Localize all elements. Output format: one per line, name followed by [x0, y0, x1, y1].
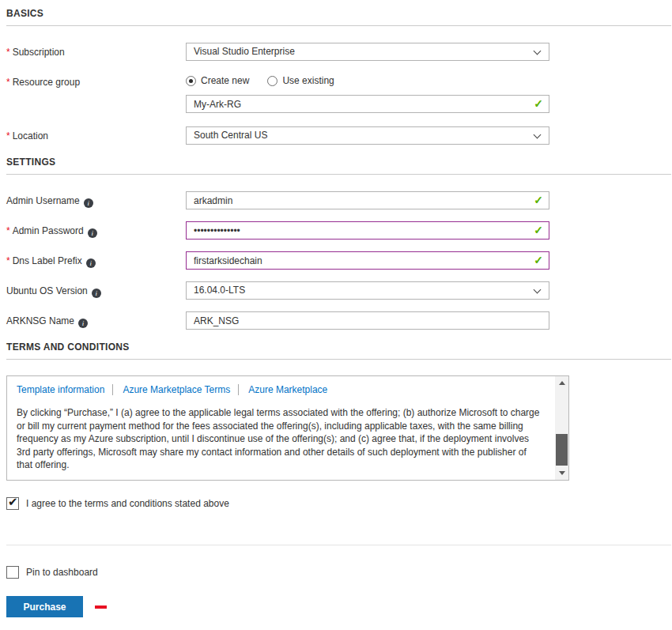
arknsg-name-input[interactable] [186, 311, 549, 330]
location-row: *Location South Central US [6, 126, 672, 145]
agree-terms-checkbox[interactable]: ✔ [6, 497, 19, 510]
admin-password-input[interactable] [186, 221, 549, 240]
scroll-down-button[interactable] [555, 467, 568, 480]
info-icon[interactable]: i [86, 258, 96, 268]
info-icon[interactable]: i [84, 198, 93, 208]
chevron-down-icon [534, 286, 542, 294]
required-asterisk: * [6, 130, 10, 141]
valid-check-icon: ✓ [534, 97, 543, 110]
azure-marketplace-link[interactable]: Azure Marketplace [238, 384, 327, 395]
basics-section: *Subscription Visual Studio Enterprise *… [6, 43, 672, 145]
pin-to-dashboard-checkbox[interactable]: ✔ [6, 566, 19, 579]
pin-to-dashboard-label: Pin to dashboard [26, 567, 98, 578]
minus-icon [95, 605, 107, 609]
settings-section: Admin Usernamei ✓ *Admin Passwordi ✓ [6, 191, 672, 330]
azure-marketplace-terms-link[interactable]: Azure Marketplace Terms [112, 384, 230, 395]
triangle-down-icon [559, 471, 565, 475]
purchase-row: Purchase [6, 596, 672, 617]
ubuntu-os-version-row: Ubuntu OS Versioni 16.04.0-LTS [6, 281, 672, 300]
ubuntu-os-version-value: 16.04.0-LTS [194, 285, 245, 296]
section-divider [6, 25, 671, 26]
arknsg-name-row: ARKNSG Namei ✓ [6, 311, 672, 330]
resource-group-name-input[interactable] [186, 95, 549, 113]
resource-group-mode: Create new Use existing [186, 73, 549, 86]
radio-create-new[interactable]: Create new [186, 75, 249, 86]
section-divider [6, 174, 671, 175]
resource-group-row: *Resource group Create new Use existing [6, 73, 672, 113]
subscription-value: Visual Studio Enterprise [194, 46, 295, 57]
checkmark-icon: ✔ [8, 495, 18, 509]
radio-icon [267, 76, 277, 86]
required-asterisk: * [6, 225, 10, 236]
dns-label-prefix-label-text: Dns Label Prefix [13, 255, 82, 266]
resource-group-label: *Resource group [6, 73, 186, 88]
info-icon[interactable]: i [92, 289, 101, 298]
admin-password-label: *Admin Passwordi [6, 221, 186, 238]
location-value: South Central US [194, 130, 267, 141]
admin-username-label-text: Admin Username [6, 195, 80, 206]
scroll-up-button[interactable] [555, 381, 568, 394]
required-asterisk: * [6, 255, 10, 266]
dns-label-prefix-label: *Dns Label Prefixi [6, 251, 186, 268]
admin-username-field: ✓ [186, 191, 549, 209]
subscription-dropdown[interactable]: Visual Studio Enterprise [186, 43, 549, 61]
vertical-scrollbar[interactable] [555, 376, 568, 480]
section-title-settings: SETTINGS [6, 157, 672, 168]
scrollbar-thumb[interactable] [556, 434, 568, 466]
info-icon[interactable]: i [78, 319, 88, 328]
chevron-down-icon [534, 47, 542, 55]
subscription-label: *Subscription [6, 43, 186, 58]
dns-label-prefix-input[interactable] [186, 251, 549, 270]
radio-use-existing-label: Use existing [282, 75, 334, 86]
ubuntu-os-version-label-text: Ubuntu OS Version [6, 285, 88, 296]
chevron-down-icon [534, 131, 542, 139]
required-asterisk: * [6, 47, 10, 58]
section-title-terms: TERMS AND CONDITIONS [6, 341, 672, 353]
agree-terms-checkbox-row[interactable]: ✔ I agree to the terms and conditions st… [6, 497, 672, 510]
info-icon[interactable]: i [88, 228, 97, 238]
create-blade: BASICS *Subscription Visual Studio Enter… [0, 0, 672, 630]
required-asterisk: * [6, 77, 10, 88]
resource-group-label-text: Resource group [13, 77, 80, 88]
ubuntu-os-version-label: Ubuntu OS Versioni [6, 281, 186, 298]
location-label-text: Location [13, 130, 48, 141]
dns-label-prefix-row: *Dns Label Prefixi ✓ [6, 251, 672, 270]
triangle-up-icon [559, 381, 565, 385]
location-label: *Location [6, 126, 186, 141]
valid-check-icon: ✓ [534, 254, 543, 266]
agree-terms-label: I agree to the terms and conditions stat… [26, 498, 229, 509]
radio-create-new-label: Create new [201, 75, 249, 86]
section-divider [6, 359, 671, 360]
valid-check-icon: ✓ [534, 224, 543, 236]
valid-check-icon: ✓ [534, 194, 543, 206]
subscription-row: *Subscription Visual Studio Enterprise [6, 43, 672, 61]
admin-password-row: *Admin Passwordi ✓ [6, 221, 672, 240]
admin-username-input[interactable] [186, 191, 549, 209]
ubuntu-os-version-dropdown[interactable]: 16.04.0-LTS [186, 281, 549, 300]
terms-links: Template informationAzure Marketplace Te… [17, 384, 545, 395]
admin-password-label-text: Admin Password [13, 225, 84, 236]
footer-divider [6, 545, 671, 545]
terms-body-text: By clicking “Purchase,” I (a) agree to t… [17, 406, 545, 472]
resource-group-name-field: ✓ [186, 95, 549, 113]
arknsg-name-label: ARKNSG Namei [6, 311, 186, 328]
admin-username-row: Admin Usernamei ✓ [6, 191, 672, 209]
location-dropdown[interactable]: South Central US [186, 126, 549, 145]
admin-username-label: Admin Usernamei [6, 191, 186, 208]
radio-icon [186, 76, 196, 86]
arknsg-name-field: ✓ [186, 311, 549, 330]
subscription-label-text: Subscription [13, 47, 65, 58]
arknsg-name-label-text: ARKNSG Name [6, 315, 74, 326]
admin-password-field: ✓ [186, 221, 549, 240]
section-title-basics: BASICS [6, 8, 672, 19]
dns-label-prefix-field: ✓ [186, 251, 549, 270]
radio-use-existing[interactable]: Use existing [267, 75, 334, 86]
template-information-link[interactable]: Template information [17, 384, 104, 395]
purchase-button[interactable]: Purchase [6, 596, 83, 617]
pin-to-dashboard-row[interactable]: ✔ Pin to dashboard [6, 566, 672, 579]
terms-scroll-panel: Template informationAzure Marketplace Te… [6, 375, 569, 481]
